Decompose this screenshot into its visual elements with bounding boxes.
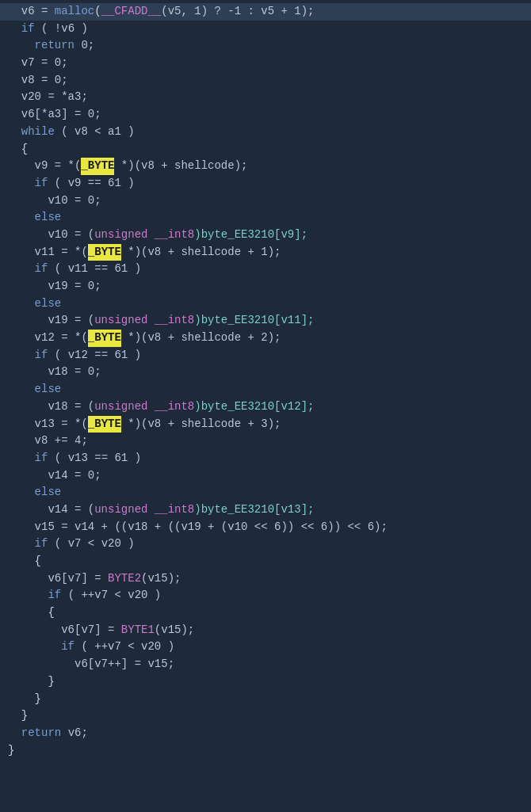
code-token: if	[35, 261, 48, 278]
code-token: v9 = *(	[8, 158, 81, 175]
code-line: {	[0, 604, 531, 622]
code-line: v8 += 4;	[0, 433, 531, 450]
code-token	[8, 381, 35, 398]
code-token: ( ++v7 < v20 )	[61, 587, 161, 604]
code-token	[8, 450, 35, 467]
code-line: v7 = 0;	[0, 55, 531, 72]
code-token: v19 = (	[8, 312, 94, 330]
code-token: v6[v7] =	[8, 570, 108, 588]
code-token: }	[8, 691, 41, 708]
code-line: if ( v7 < v20 )	[0, 536, 531, 553]
code-token: (	[94, 3, 101, 21]
code-token: v18 = 0;	[8, 364, 101, 381]
code-token	[8, 725, 21, 742]
code-token: v15 = v14 + ((v18 + ((v19 + (v10 << 6)) …	[8, 519, 388, 536]
code-token: _BYTE	[88, 244, 121, 261]
code-token: v6[v7++] = v15;	[8, 656, 174, 673]
code-token: BYTE1	[121, 622, 155, 639]
code-token: ( v8 < a1 )	[55, 124, 135, 141]
code-token: )byte_EE3210[v11];	[194, 312, 314, 330]
code-token: *)(v8 + shellcode);	[114, 158, 247, 175]
code-line: }	[0, 673, 531, 691]
code-token: if	[35, 175, 48, 193]
code-line: while ( v8 < a1 )	[0, 124, 531, 141]
code-line: if ( v12 == 61 )	[0, 347, 531, 364]
code-token: v10 = 0;	[8, 193, 101, 210]
code-token	[8, 484, 35, 501]
code-token	[8, 209, 35, 227]
code-line: return v6;	[0, 725, 531, 742]
code-line: v10 = 0;	[0, 193, 531, 210]
code-token: if	[35, 347, 48, 364]
code-token: v10 = (	[8, 227, 94, 244]
code-line: if ( v11 == 61 )	[0, 261, 531, 278]
code-token: return	[21, 725, 61, 742]
code-token: v11 = *(	[8, 244, 88, 261]
code-token	[8, 536, 35, 553]
code-line: }	[0, 691, 531, 708]
code-token	[8, 175, 35, 193]
code-line: v10 = (unsigned __int8)byte_EE3210[v9];	[0, 227, 531, 244]
code-token: {	[8, 604, 55, 622]
code-line: if ( v13 == 61 )	[0, 450, 531, 467]
code-token: )byte_EE3210[v9];	[194, 227, 308, 244]
code-line: v14 = (unsigned __int8)byte_EE3210[v13];	[0, 501, 531, 519]
code-line: v19 = (unsigned __int8)byte_EE3210[v11];	[0, 312, 531, 330]
code-token: else	[35, 381, 62, 398]
code-line: v19 = 0;	[0, 278, 531, 295]
code-token	[8, 261, 35, 278]
code-line: if ( ++v7 < v20 )	[0, 639, 531, 656]
code-line: v20 = *a3;	[0, 89, 531, 106]
code-token: _BYTE	[88, 330, 121, 347]
code-line: {	[0, 141, 531, 158]
code-token	[8, 21, 21, 38]
code-token: ( v9 == 61 )	[48, 175, 134, 193]
code-token: while	[21, 124, 55, 141]
code-token: return	[35, 37, 74, 55]
code-line: else	[0, 295, 531, 313]
code-token: v14 = (	[8, 501, 94, 519]
code-line: v13 = *(_BYTE *)(v8 + shellcode + 3);	[0, 416, 531, 433]
code-token: v19 = 0;	[8, 278, 101, 295]
code-token: *)(v8 + shellcode + 2);	[121, 330, 281, 347]
code-line: v11 = *(_BYTE *)(v8 + shellcode + 1);	[0, 244, 531, 261]
code-token: if	[21, 21, 35, 38]
code-token: else	[35, 295, 62, 313]
code-line: v6[v7] = BYTE1(v15);	[0, 622, 531, 639]
code-token: {	[8, 553, 41, 570]
code-line: if ( !v6 )	[0, 21, 531, 38]
code-token: v6[*a3] = 0;	[8, 106, 101, 124]
code-line: }	[0, 742, 531, 760]
code-token: v6 =	[8, 3, 55, 21]
code-line: return 0;	[0, 37, 531, 55]
code-token: v8 = 0;	[8, 72, 68, 90]
code-token: ( v13 == 61 )	[48, 450, 141, 467]
code-line: else	[0, 381, 531, 398]
code-line: v8 = 0;	[0, 72, 531, 90]
code-line: }	[0, 707, 531, 725]
code-token: (v15);	[155, 622, 194, 639]
code-token: unsigned __int8	[94, 398, 194, 416]
code-token	[8, 347, 35, 364]
code-token: v20 = *a3;	[8, 89, 88, 106]
code-token: if	[35, 536, 48, 553]
code-token: }	[8, 707, 28, 725]
code-token: v14 = 0;	[8, 467, 101, 485]
code-line: v9 = *(_BYTE *)(v8 + shellcode);	[0, 158, 531, 175]
code-token: if	[35, 450, 48, 467]
code-editor: v6 = malloc(__CFADD__(v5, 1) ? -1 : v5 +…	[0, 0, 531, 812]
code-token: v18 = (	[8, 398, 94, 416]
code-token: malloc	[55, 3, 94, 21]
code-token: v6[v7] =	[8, 622, 121, 639]
code-token: )byte_EE3210[v13];	[194, 501, 314, 519]
code-token: }	[8, 742, 14, 760]
code-token: {	[8, 141, 28, 158]
code-line: if ( ++v7 < v20 )	[0, 587, 531, 604]
code-token: ( v12 == 61 )	[48, 347, 141, 364]
code-token: __CFADD__	[101, 3, 162, 21]
code-token: v7 = 0;	[8, 55, 68, 72]
code-token: unsigned __int8	[94, 312, 194, 330]
code-token	[8, 295, 35, 313]
code-token: unsigned __int8	[94, 501, 194, 519]
code-token	[8, 639, 61, 656]
